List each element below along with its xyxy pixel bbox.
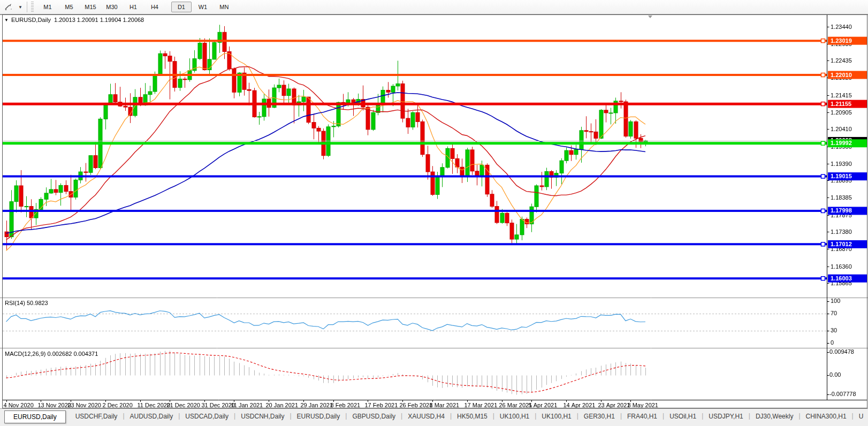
tool-dropdown-arrow[interactable]: ▼ [17, 4, 24, 11]
tab-usdcnh-daily[interactable]: USDCNH,Daily [235, 410, 290, 422]
tab-gbpusd-daily[interactable]: GBPUSD,Daily [347, 410, 401, 422]
chart-title: ▼EURUSD,Daily 1.20013 1.20091 1.19904 1.… [4, 17, 144, 23]
toolbar-grip[interactable] [31, 2, 34, 12]
tab-audusd-daily[interactable]: AUDUSD,Daily [125, 410, 179, 422]
tab-usdjpy-h1[interactable]: USDJPY,H1 [703, 410, 748, 422]
macd-label: MACD(12,26,9) [5, 351, 45, 357]
tab-fra40-h1[interactable]: FRA40,H1 [622, 410, 663, 422]
toolbar-separator [27, 2, 27, 12]
timeframe-button-mn[interactable]: MN [214, 2, 234, 12]
timeframe-button-d1[interactable]: D1 [171, 2, 192, 12]
chart-symbol-label: EURUSD,Daily [11, 17, 51, 23]
timeframe-button-m5[interactable]: M5 [59, 2, 79, 12]
tab-eurusd-daily[interactable]: EURUSD,Daily [292, 410, 346, 422]
collapse-icon[interactable]: ▼ [4, 18, 9, 22]
top-toolbar: ▼ M1M5M15M30H1H4D1W1MN [0, 0, 868, 14]
tab-hk50-m15[interactable]: HK50,M15 [452, 410, 493, 422]
draw-cursor-icon [4, 3, 13, 11]
tab-xauusd-h4[interactable]: XAUUSD,H4 [402, 410, 450, 422]
timeframe-button-h4[interactable]: H4 [144, 2, 165, 12]
timeframe-button-w1[interactable]: W1 [193, 2, 213, 12]
chart-window: ▼EURUSD,Daily 1.20013 1.20091 1.19904 1.… [0, 14, 868, 408]
tab-usdcad-daily[interactable]: USDCAD,Daily [180, 410, 234, 422]
tab-uk100-h1[interactable]: UK100,H1 [494, 410, 535, 422]
timeframe-button-m1[interactable]: M1 [37, 2, 58, 12]
chart-canvas[interactable] [0, 14, 868, 408]
timeframe-button-m15[interactable]: M15 [80, 2, 101, 12]
macd-indicator-header: MACD(12,26,9) 0.002682 0.004371 [5, 351, 98, 357]
rsi-label: RSI(14) [5, 300, 25, 306]
tab-bar: EURUSD,DailyUSDCHF,Daily|AUDUSD,Daily|US… [0, 408, 868, 426]
draw-cursor-tool-button[interactable] [2, 1, 15, 13]
timeframe-button-m30[interactable]: M30 [102, 2, 122, 12]
chart-ohlc-values: 1.20013 1.20091 1.19904 1.20068 [54, 17, 144, 23]
tab-usoil-h1[interactable]: USOil,H1 [664, 410, 702, 422]
tab-u[interactable]: U [854, 410, 868, 422]
mt4-terminal: { "toolbar": { "tool_button_icon": "draw… [0, 0, 868, 426]
rsi-indicator-header: RSI(14) 50.9823 [5, 300, 48, 306]
macd-value: 0.002682 0.004371 [47, 351, 98, 357]
tab-eurusd-daily[interactable]: EURUSD,Daily [4, 410, 66, 423]
tab-ger30-h1[interactable]: GER30,H1 [578, 410, 620, 422]
tab-china300-h1[interactable]: CHINA300,H1 [801, 410, 852, 422]
tab-uk100-h1[interactable]: UK100,H1 [536, 410, 576, 422]
timeframe-button-h1[interactable]: H1 [123, 2, 143, 12]
tab-dj30-weekly[interactable]: DJ30,Weekly [750, 410, 798, 422]
timeframe-button-group: M1M5M15M30H1H4D1W1MN [37, 2, 235, 12]
tab-items: EURUSD,DailyUSDCHF,Daily|AUDUSD,Daily|US… [4, 410, 868, 423]
tab-usdchf-daily[interactable]: USDCHF,Daily [70, 410, 123, 422]
rsi-value: 50.9823 [27, 300, 48, 306]
